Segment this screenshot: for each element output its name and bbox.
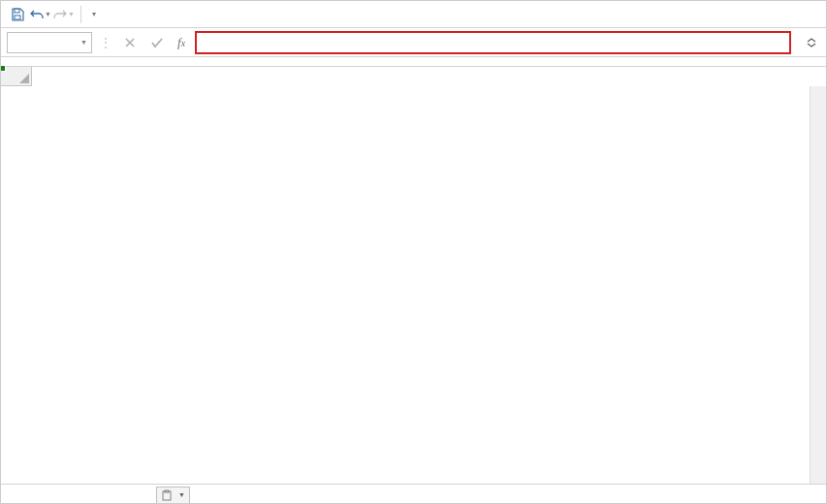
cancel-formula-button[interactable] (119, 32, 141, 53)
clipboard-icon (161, 489, 173, 501)
svg-rect-0 (15, 9, 19, 13)
column-header-row (1, 67, 826, 86)
customize-qat-button[interactable]: ▾ (87, 4, 101, 25)
redo-button[interactable]: ▼ (53, 4, 75, 25)
select-all-corner[interactable] (1, 67, 32, 86)
svg-rect-1 (15, 16, 20, 19)
bottom-bar: ▼ (1, 484, 826, 504)
separator: ⋮ (98, 36, 113, 49)
spacer (1, 57, 826, 67)
vertical-scrollbar[interactable] (810, 86, 826, 484)
formula-bar-row: ▼ ⋮ fx (1, 28, 826, 57)
expand-formula-bar-button[interactable] (803, 34, 820, 51)
enter-formula-button[interactable] (146, 32, 168, 53)
undo-dropdown-icon[interactable]: ▼ (45, 11, 51, 17)
name-box-dropdown-icon[interactable]: ▼ (80, 39, 87, 46)
spreadsheet-grid (1, 67, 826, 484)
paste-options-button[interactable]: ▼ (156, 487, 190, 504)
name-box[interactable]: ▼ (7, 32, 92, 53)
formula-input[interactable] (195, 31, 791, 54)
insert-function-button[interactable]: fx (174, 35, 189, 50)
paste-dropdown-icon: ▼ (178, 491, 185, 498)
toolbar-separator (80, 6, 81, 23)
redo-dropdown-icon[interactable]: ▼ (68, 11, 75, 17)
svg-rect-3 (165, 490, 169, 492)
undo-button[interactable]: ▼ (30, 4, 51, 25)
save-button[interactable] (7, 4, 28, 25)
quick-access-toolbar: ▼ ▼ ▾ (1, 1, 826, 28)
